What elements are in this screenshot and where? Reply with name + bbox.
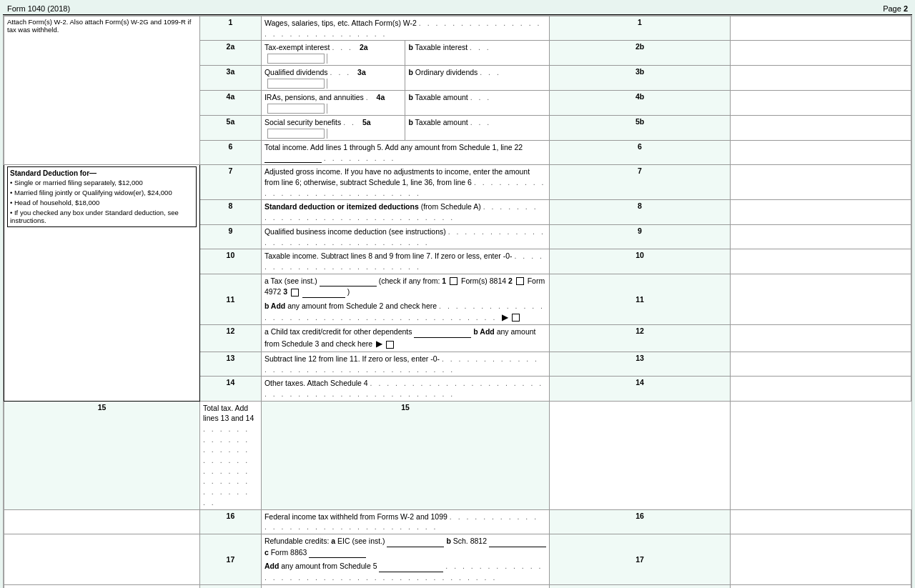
table-row: Standard Deduction for— • Single or marr… <box>4 165 911 200</box>
std-deduction-title: Standard Deduction for— <box>10 169 194 177</box>
line-num-17: 17 <box>200 534 262 584</box>
amount-11[interactable] <box>731 274 911 325</box>
checkbox-schedule2[interactable] <box>512 314 520 322</box>
amount-4b[interactable] <box>731 91 911 116</box>
line-17a-content: Refundable credits: a EIC (see inst.) b … <box>261 534 549 559</box>
amount-1[interactable] <box>731 16 911 41</box>
line-11a-content: a Tax (see inst.) (check if any from: 1 … <box>261 274 549 299</box>
line-num-11-right: 11 <box>550 274 731 325</box>
line-18-content: Add lines 16 and 17. These are your tota… <box>261 584 549 588</box>
line-num-9-right: 9 <box>550 224 731 249</box>
amount-17[interactable] <box>731 534 911 584</box>
table-row: 17 Refundable credits: a EIC (see inst.)… <box>4 534 911 559</box>
line-num-7: 7 <box>200 165 262 200</box>
line-num-10: 10 <box>200 249 262 274</box>
amount-5b[interactable] <box>731 116 911 141</box>
line-num-6-right: 6 <box>550 141 731 165</box>
line-num-8-right: 8 <box>550 200 731 224</box>
std-bullet1: • Single or married filing separately, $… <box>10 179 194 186</box>
amount-7[interactable] <box>731 165 911 200</box>
empty-left-17 <box>4 534 200 584</box>
line-1-content: Wages, salaries, tips, etc. Attach Form(… <box>261 16 549 41</box>
line-num-13-right: 13 <box>550 352 731 376</box>
amount-3b[interactable] <box>731 66 911 91</box>
line-7-content: Adjusted gross income. If you have no ad… <box>261 165 549 200</box>
line-num-4b: 4b <box>550 91 731 116</box>
header-bar: Form 1040 (2018) Page 2 <box>3 3 912 15</box>
checkbox-8814[interactable] <box>450 277 458 285</box>
amount-18[interactable] <box>731 584 911 588</box>
amount-15[interactable] <box>550 401 731 509</box>
amount-9[interactable] <box>731 224 911 249</box>
table-row: 16 Federal income tax withheld from Form… <box>4 509 911 534</box>
line-num-7-right: 7 <box>550 165 731 200</box>
line-9-content: Qualified business income deduction (see… <box>261 224 549 249</box>
line-num-5a: 5a <box>200 116 262 141</box>
line-num-18: 18 <box>200 584 262 588</box>
line-num-11: 11 <box>200 274 262 325</box>
amount-12[interactable] <box>731 325 911 352</box>
form-container: Attach Form(s) W-2. Also attach Form(s) … <box>3 15 912 588</box>
line-num-14-right: 14 <box>550 377 731 401</box>
line-num-17-right: 17 <box>550 534 731 584</box>
line-num-2a: 2a <box>200 41 262 66</box>
line-num-4a: 4a <box>200 91 262 116</box>
standard-deduction-box: Standard Deduction for— • Single or marr… <box>7 166 197 227</box>
checkbox-4972[interactable] <box>516 277 524 285</box>
line-num-12: 12 <box>200 325 262 352</box>
line-num-1-right: 1 <box>550 16 731 41</box>
line-num-3a: 3a <box>200 66 262 91</box>
empty-left-18 <box>4 584 200 588</box>
amount-13[interactable] <box>731 352 911 376</box>
line-num-18-right: 18 <box>550 584 731 588</box>
empty-left-16 <box>4 509 200 534</box>
line-num-14: 14 <box>200 377 262 401</box>
line-num-6: 6 <box>200 141 262 165</box>
amount-8[interactable] <box>731 200 911 224</box>
line-3-content: Qualified dividends . . . 3a b Ordinary … <box>261 66 549 91</box>
line-17b-content: Add any amount from Schedule 5 . . . . .… <box>261 559 549 584</box>
checkbox-3[interactable] <box>291 289 299 297</box>
line-6-content: Total income. Add lines 1 through 5. Add… <box>261 141 549 165</box>
line-num-13: 13 <box>200 352 262 376</box>
amount-2b[interactable] <box>731 41 911 66</box>
line-num-16: 16 <box>200 509 262 534</box>
line-2-content: Tax-exempt interest . . . 2a b Taxable i… <box>261 41 549 66</box>
page-wrapper: Form 1040 (2018) Page 2 Attach Form(s) W… <box>0 0 915 588</box>
line-4-content: IRAs, pensions, and annuities . 4a b Tax… <box>261 91 549 116</box>
amount-6[interactable] <box>731 141 911 165</box>
amount-16[interactable] <box>731 509 911 534</box>
line-num-9: 9 <box>200 224 262 249</box>
amount-14[interactable] <box>731 377 911 401</box>
table-row: Attach Form(s) W-2. Also attach Form(s) … <box>4 16 911 41</box>
line-11b-content: b Add any amount from Schedule 2 and che… <box>261 299 549 325</box>
line-5-content: Social security benefits . . 5a b Taxabl… <box>261 116 549 141</box>
line-num-15-right: 15 <box>261 401 549 509</box>
std-bullet4: • If you checked any box under Standard … <box>10 209 194 224</box>
std-bullet3: • Head of household, $18,000 <box>10 199 194 206</box>
line-num-5b: 5b <box>550 116 731 141</box>
line-15-content: Total tax. Add lines 13 and 14 . . . . .… <box>200 401 262 509</box>
table-row: 18 Add lines 16 and 17. These are your t… <box>4 584 911 588</box>
line-num-10-right: 10 <box>550 249 731 274</box>
line-num-2b: 2b <box>550 41 731 66</box>
line-num-1: 1 <box>200 16 262 41</box>
header-right: Page 2 <box>883 4 908 13</box>
line-10-content: Taxable income. Subtract lines 8 and 9 f… <box>261 249 549 274</box>
line-12-content: a Child tax credit/credit for other depe… <box>261 325 549 352</box>
line-num-12-right: 12 <box>550 325 731 352</box>
attach-label-cell: Attach Form(s) W-2. Also attach Form(s) … <box>4 16 200 165</box>
line-14-content: Other taxes. Attach Schedule 4 . . . . .… <box>261 377 549 401</box>
line-num-3b: 3b <box>550 66 731 91</box>
amount-10[interactable] <box>731 249 911 274</box>
standard-deduction-cell: Standard Deduction for— • Single or marr… <box>4 165 200 401</box>
line-num-15: 15 <box>4 401 200 509</box>
line-num-16-right: 16 <box>550 509 731 534</box>
std-bullet2: • Married filing jointly or Qualifying w… <box>10 189 194 196</box>
table-row: 15 Total tax. Add lines 13 and 14 . . . … <box>4 401 911 509</box>
line-num-8: 8 <box>200 200 262 224</box>
checkbox-schedule3[interactable] <box>386 341 394 349</box>
main-table: Attach Form(s) W-2. Also attach Form(s) … <box>4 16 911 588</box>
attach-label: Attach Form(s) W-2. Also attach Form(s) … <box>7 18 197 34</box>
line-16-content: Federal income tax withheld from Forms W… <box>261 509 549 534</box>
